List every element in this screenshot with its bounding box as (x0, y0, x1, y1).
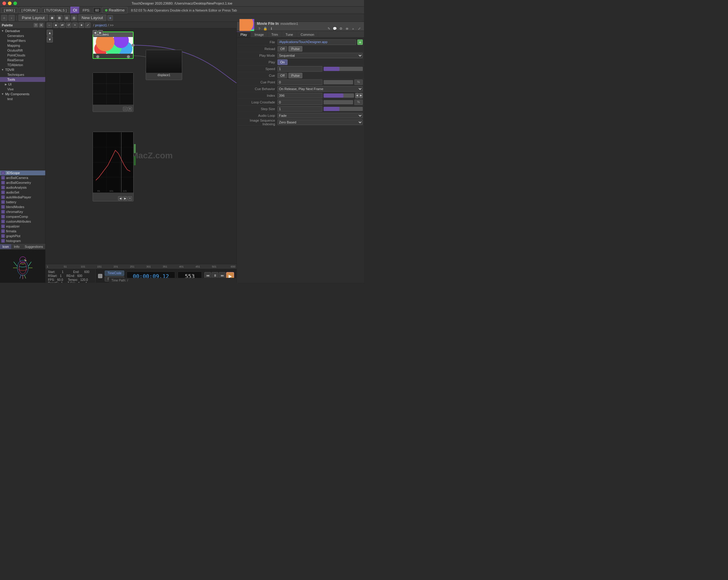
palette-help-button[interactable]: ? (34, 23, 38, 27)
layout-3[interactable]: ▤ (64, 15, 70, 21)
waveform-next-btn[interactable]: ▶ (123, 196, 127, 200)
prop-index-dec[interactable]: ◀ (355, 93, 359, 98)
node-minus-btn[interactable]: - (123, 107, 127, 111)
prop-file-add-btn[interactable]: + (357, 39, 363, 45)
mapping-item[interactable]: Mapping (0, 43, 45, 48)
prop-reload-toggle[interactable]: Off (278, 46, 287, 52)
prop-cuepoint-slider[interactable] (323, 80, 353, 84)
home-button[interactable]: ⌂ (1, 15, 7, 21)
record-button[interactable] (98, 274, 102, 278)
comp-histogram[interactable]: ○ histogram (0, 239, 45, 243)
comp-customattributes[interactable]: ○ customAttributes (0, 219, 45, 224)
prop-cuepoint-input[interactable] (278, 80, 322, 85)
add-layout-button[interactable]: + (107, 15, 113, 21)
prop-cuebehavior-select[interactable]: On Release, Play Next Frame (278, 86, 363, 92)
edit-icon[interactable]: ✎ (327, 26, 331, 31)
prop-index-input[interactable] (278, 93, 322, 98)
oi-button[interactable]: OI (71, 7, 80, 13)
tools-item[interactable]: Tools (0, 77, 45, 82)
help-icon[interactable]: ? (257, 26, 262, 31)
canvas-content[interactable]: www.MacZ.com moviefilein1 (46, 29, 236, 283)
link-button[interactable]: ⇄ (59, 23, 65, 28)
forum-menu[interactable]: [ FORUM ] (19, 7, 41, 13)
canvas-path-project[interactable]: project1 (95, 23, 107, 27)
displace-node[interactable]: displace1 (146, 50, 182, 80)
prop-play-toggle[interactable]: On (278, 59, 287, 65)
comp-arcballgeometry[interactable]: ○ arcBallGeometry (0, 180, 45, 185)
lock-icon[interactable]: 🔒 (263, 26, 268, 31)
realsense-item[interactable]: RealSense (0, 58, 45, 62)
comp-arcballcamera[interactable]: ○ arcBallCamera (0, 175, 45, 180)
node-plus-btn[interactable]: + (128, 107, 132, 111)
prop-stepsize-slider[interactable] (323, 107, 363, 111)
window-controls[interactable] (2, 1, 17, 5)
maximize-button[interactable] (14, 1, 17, 5)
fullscreen-button[interactable]: ⤢ (85, 23, 90, 28)
prop-tab-play[interactable]: Play (237, 32, 251, 37)
prop-loopcrossfade-input[interactable] (278, 100, 322, 105)
ui-parent[interactable]: ▶ UI (0, 82, 45, 87)
wiki-menu[interactable]: [ WIKI ] (1, 7, 18, 13)
script-icon[interactable]: ⚙ (338, 26, 343, 31)
waveform-node[interactable]: 61 101 121 ◀ ▶ + (93, 132, 134, 201)
comp-comparecomp[interactable]: ○ compareComp (0, 214, 45, 219)
nav-back-button[interactable]: ← (47, 23, 52, 28)
comp-audioanalysis[interactable]: ○ audioAnalysis (0, 185, 45, 190)
prop-stepsize-input[interactable] (278, 106, 322, 112)
prop-speed-slider[interactable] (323, 67, 363, 71)
mycomponents-parent[interactable]: ▼ My Components (0, 92, 45, 96)
add-node-button[interactable]: + (72, 23, 78, 28)
prop-imgseqindex-select[interactable]: Zero Based One Based (278, 119, 363, 125)
prop-tab-tune[interactable]: Tune (282, 32, 297, 37)
test-item[interactable]: test (0, 96, 45, 101)
add-icon[interactable]: + (350, 26, 356, 31)
new-layout-button[interactable]: New Layout (78, 15, 106, 21)
prop-audioloop-select[interactable]: Fade Off On (278, 113, 363, 118)
close-button[interactable] (2, 1, 6, 5)
derivative-parent[interactable]: ▼ Derivative (0, 29, 45, 33)
comp-equalizer[interactable]: ○ equalizer (0, 224, 45, 229)
prop-speed-input[interactable] (278, 66, 322, 72)
preview-tab-icon[interactable]: Icon (0, 244, 11, 249)
node-bottom-dot-2[interactable] (127, 55, 130, 58)
prop-tab-trim[interactable]: Trim (268, 32, 282, 37)
preview-tab-suggestions[interactable]: Suggestions (22, 244, 45, 249)
save-button[interactable]: ↓ (8, 15, 15, 21)
star-button[interactable]: ★ (79, 23, 84, 28)
palette-close-button[interactable]: ✕ (39, 23, 44, 27)
node-nav-left[interactable]: ◀ (93, 30, 98, 35)
comp-graphplot[interactable]: ○ graphPlot (0, 233, 45, 239)
timecode-mode-button[interactable]: TimeCode (105, 271, 124, 276)
layout-2[interactable]: ▦ (56, 15, 62, 21)
pane-layout-button[interactable]: Pane Layout (19, 15, 48, 21)
moviefilein-node[interactable]: moviefilein1 (93, 32, 134, 59)
comp-automediaplayer[interactable]: ○ autoMediaPlayer (0, 195, 45, 200)
imagefilters-item[interactable]: ImageFilters (0, 38, 45, 43)
info-icon[interactable]: ℹ (269, 26, 274, 31)
tdableton-item[interactable]: TDAbleton (0, 62, 45, 67)
generators-item[interactable]: Generators (0, 33, 45, 38)
preview-tab-info[interactable]: Info (11, 244, 22, 249)
comp-chromakey[interactable]: ○ chromaKey (0, 209, 45, 214)
prop-index-slider[interactable] (323, 93, 354, 98)
canvas-nav-down[interactable]: ▼ (47, 36, 53, 43)
waveform-prev-btn[interactable]: ◀ (118, 196, 122, 200)
graph-node[interactable]: - + (93, 73, 134, 112)
layout-4[interactable]: ▥ (71, 15, 77, 21)
comp-firmata[interactable]: ○ firmata (0, 229, 45, 233)
prop-cue-toggle[interactable]: Off (278, 73, 287, 78)
nav-forward-button[interactable]: ■ (53, 23, 59, 28)
view-icon[interactable]: 👁 (344, 26, 349, 31)
prop-index-inc[interactable]: ▶ (359, 93, 363, 98)
refresh-button[interactable]: ↺ (66, 23, 71, 28)
pointclouds-item[interactable]: PointClouds (0, 53, 45, 58)
prop-reload-pulse[interactable]: Pulse (288, 46, 302, 52)
canvas-nav-up[interactable]: ▲ (47, 30, 53, 36)
prop-tab-image[interactable]: Image (251, 32, 268, 37)
techniques-item[interactable]: Techniques (0, 72, 45, 77)
comp-3dscope[interactable]: ○ 3DScope (0, 170, 45, 175)
node-bottom-dot-1[interactable] (96, 55, 99, 58)
prop-playmode-select[interactable]: Sequential Random (278, 53, 363, 58)
prop-tab-common[interactable]: Common (297, 32, 318, 37)
node-output-dot[interactable] (131, 44, 134, 47)
